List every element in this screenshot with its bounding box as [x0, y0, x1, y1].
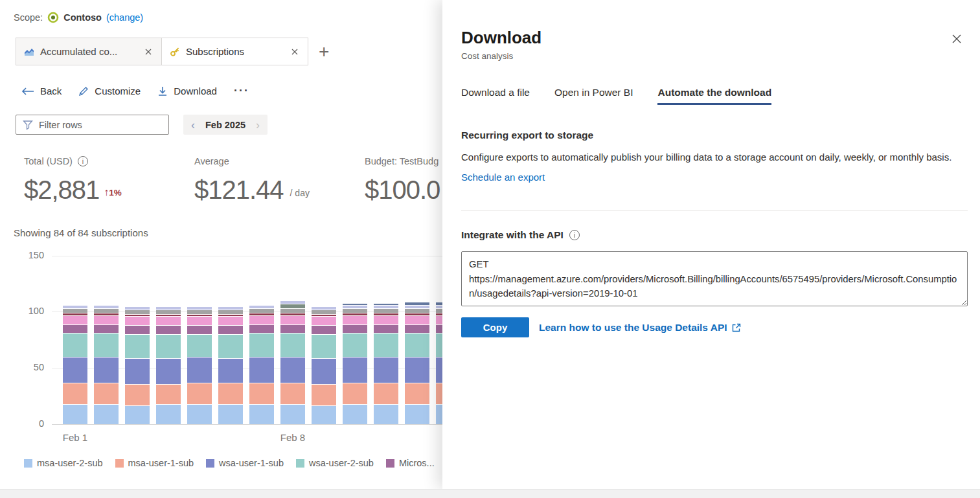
bar-segment [94, 308, 119, 313]
copy-button[interactable]: Copy [461, 317, 529, 337]
bar-segment [156, 310, 181, 314]
kpi-total-value: $2,881 [24, 175, 99, 204]
panel-close-button[interactable] [949, 31, 964, 47]
legend-label: wsa-user-2-sub [309, 458, 374, 468]
bar-segment [249, 357, 274, 383]
api-request-textarea[interactable]: GET https://management.azure.com/provide… [461, 251, 968, 306]
bar-segment [280, 404, 305, 424]
stacked-bar-feb-12[interactable] [405, 302, 429, 424]
bar-segment [156, 404, 181, 424]
bar-segment [94, 357, 119, 383]
legend-swatch [296, 459, 304, 468]
bar-segment [249, 324, 274, 334]
legend-swatch [24, 459, 32, 468]
bar-segment [249, 308, 274, 313]
filter-rows-input[interactable] [39, 120, 163, 130]
legend-label: wsa-user-1-sub [219, 458, 284, 468]
chart-legend: msa-user-2-submsa-user-1-subwsa-user-1-s… [24, 458, 435, 468]
customize-button[interactable]: Customize [78, 85, 141, 96]
bar-segment [156, 358, 181, 384]
bar-segment [63, 333, 87, 357]
bar-segment [94, 324, 119, 334]
stacked-bar-feb-2[interactable] [94, 305, 119, 424]
kpi-budget-label: Budget: TestBudg [365, 156, 439, 166]
usage-details-api-link-label: Learn how to use the Usage Details API [539, 322, 727, 334]
x-axis-tick-label: Feb 8 [280, 432, 305, 443]
horizontal-scrollbar[interactable] [0, 489, 980, 498]
bar-segment [312, 316, 336, 325]
bar-segment [405, 308, 429, 313]
stacked-bar-feb-9[interactable] [312, 306, 336, 424]
tab-download-a-file[interactable]: Download a file [461, 87, 530, 105]
bar-segment [405, 324, 429, 334]
bar-segment [63, 324, 87, 334]
panel-subtitle: Cost analysis [461, 51, 968, 61]
legend-swatch [206, 459, 214, 468]
stacked-bar-feb-6[interactable] [218, 306, 243, 424]
close-icon[interactable] [290, 47, 300, 57]
bar-segment [343, 308, 367, 313]
tab-automate-the-download[interactable]: Automate the download [657, 87, 771, 105]
close-icon[interactable] [143, 47, 154, 57]
bar-segment [156, 384, 181, 404]
stacked-bar-feb-10[interactable] [343, 303, 367, 424]
integrate-api-heading: Integrate with the API [461, 229, 564, 241]
legend-item: wsa-user-2-sub [296, 458, 374, 468]
bar-segment [374, 308, 398, 313]
bar-segment [63, 315, 87, 324]
bar-segment [374, 404, 398, 424]
bar-segment [280, 333, 305, 357]
cost-analysis-page: Scope: Contoso (change) Accumulated co..… [0, 0, 980, 498]
new-view-tab-button[interactable]: + [319, 43, 329, 61]
back-button[interactable]: Back [21, 85, 62, 96]
legend-swatch [386, 459, 394, 468]
info-icon[interactable]: i [569, 230, 580, 240]
stacked-bar-feb-8[interactable] [280, 300, 305, 424]
stacked-bar-feb-5[interactable] [187, 306, 212, 424]
tab-subscriptions[interactable]: Subscriptions [162, 38, 308, 65]
bar-segment [187, 334, 212, 357]
bar-segment [405, 315, 429, 324]
info-icon[interactable]: i [78, 156, 88, 166]
stacked-bar-feb-7[interactable] [249, 305, 274, 424]
stacked-bar-feb-3[interactable] [125, 306, 150, 424]
bar-segment [218, 383, 243, 404]
trend-up-icon: ↑ [104, 187, 109, 198]
kpi-average-value: $121.44 [194, 175, 284, 204]
schedule-export-link[interactable]: Schedule an export [461, 172, 545, 183]
bar-segment [218, 334, 243, 358]
bar-segment [125, 310, 150, 314]
scope-change-link[interactable]: (change) [106, 12, 143, 23]
recurring-export-description: Configure exports to automatically publi… [461, 150, 960, 165]
y-axis-tick-label: 150 [16, 250, 44, 260]
more-commands-button[interactable]: ··· [234, 84, 249, 98]
bar-segment [280, 383, 305, 404]
pencil-icon [78, 86, 89, 96]
bar-segment [374, 383, 398, 404]
bar-segment [405, 404, 429, 424]
recurring-export-heading: Recurring export to storage [461, 130, 968, 141]
download-button[interactable]: Download [157, 85, 217, 96]
previous-month-button[interactable]: ‹ [191, 119, 195, 131]
bar-segment [343, 357, 367, 383]
bar-segment [312, 310, 336, 314]
kpi-average-unit: / day [290, 188, 310, 198]
stacked-bar-feb-11[interactable] [374, 303, 398, 424]
next-month-button[interactable]: › [256, 119, 260, 131]
bar-segment [218, 325, 243, 334]
bar-segment [218, 316, 243, 325]
bar-segment [280, 324, 305, 334]
back-arrow-icon [21, 87, 34, 95]
tab-label: Subscriptions [186, 46, 244, 57]
stacked-bar-feb-1[interactable] [63, 305, 87, 424]
bar-segment [125, 325, 150, 334]
tab-open-in-power-bi[interactable]: Open in Power BI [554, 87, 633, 105]
stacked-bar-feb-4[interactable] [156, 306, 181, 424]
panel-tabs: Download a file Open in Power BI Automat… [461, 87, 968, 105]
usage-details-api-link[interactable]: Learn how to use the Usage Details API [539, 322, 741, 334]
bar-segment [94, 315, 119, 324]
bar-segment [249, 383, 274, 404]
tab-accumulated-costs[interactable]: Accumulated co... [16, 38, 162, 65]
bar-segment [374, 357, 398, 383]
scope-name: Contoso [63, 12, 102, 23]
